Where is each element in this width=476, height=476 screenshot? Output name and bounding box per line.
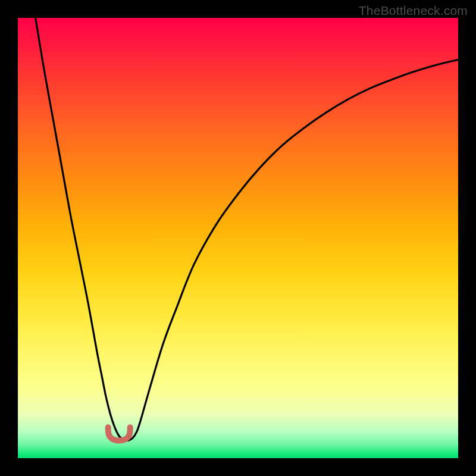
outer-frame: TheBottleneck.com (0, 0, 476, 476)
plot-area (18, 18, 458, 458)
curves-group (36, 18, 458, 440)
right-branch-curve (128, 60, 458, 440)
left-branch-curve (36, 18, 128, 440)
minimum-marker (108, 427, 130, 440)
watermark-text: TheBottleneck.com (359, 4, 468, 18)
curve-layer (18, 18, 458, 458)
